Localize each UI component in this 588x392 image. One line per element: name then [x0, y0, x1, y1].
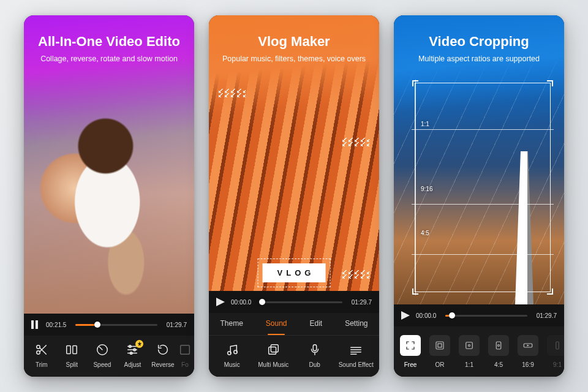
tool-split[interactable]: Split [57, 343, 88, 368]
ratio-1-1[interactable]: 1:1 [459, 335, 480, 368]
hero-title: All-In-One Video Edito [24, 34, 194, 50]
svg-rect-3 [73, 346, 77, 354]
time-current: 00:21.5 [46, 322, 69, 328]
playbar: 00:00.0 01:29.7 [209, 291, 379, 313]
tool-music[interactable]: Music [211, 343, 253, 368]
crop-handle[interactable] [412, 80, 418, 86]
ratio-original[interactable]: OR [429, 335, 450, 368]
play-icon[interactable] [401, 311, 410, 320]
sliders-icon [126, 343, 139, 356]
seek-track[interactable] [260, 301, 342, 303]
tool-label: Dub [309, 361, 320, 368]
crop-handle[interactable] [547, 80, 553, 86]
sound-effect-icon [349, 343, 363, 356]
tab-setting[interactable]: Setting [342, 313, 370, 335]
pause-icon[interactable] [31, 320, 40, 329]
time-current: 00:00.0 [231, 299, 254, 306]
tool-speed[interactable]: Speed [87, 343, 118, 368]
tool-label: Multi Music [258, 361, 288, 368]
overlay-ratio-11: 1:1 [421, 121, 429, 127]
svg-rect-15 [438, 344, 442, 347]
tool-label: Music [224, 361, 240, 368]
multi-music-icon [266, 343, 280, 356]
panel-video-editor: All-In-One Video Edito Collage, reverse,… [24, 15, 194, 377]
overlay-ratio-45: 4:5 [421, 230, 429, 236]
svg-rect-16 [466, 342, 473, 349]
tool-multi-music[interactable]: Multi Music [253, 343, 295, 368]
zigzag-icon [342, 270, 369, 279]
seek-track[interactable] [445, 315, 527, 317]
ratio-label: OR [435, 361, 445, 368]
tool-more[interactable]: Fo [178, 343, 192, 368]
toolbar-editor: Trim Split Speed Adjust Reverse [24, 336, 194, 377]
svg-rect-14 [436, 342, 443, 349]
hero-person [24, 81, 194, 314]
playbar: 00:21.5 01:29.7 [24, 314, 194, 336]
hero-subtitle: Collage, reverse, rotate and slow motion [24, 55, 194, 63]
ratio-label: 16:9 [522, 361, 533, 368]
speed-icon [96, 343, 109, 356]
ratio-label: 9:1 [553, 361, 562, 368]
svg-rect-2 [67, 346, 70, 354]
zigzag-icon [219, 89, 246, 97]
hero-title: Vlog Maker [209, 34, 379, 50]
hero-editor: All-In-One Video Edito Collage, reverse,… [24, 15, 194, 314]
toolbar-vlog: Music Multi Music Dub Sound Effect [209, 336, 379, 377]
portrait-icon [488, 335, 509, 356]
ratio-label: 4:5 [494, 361, 503, 368]
panel-video-cropping: Video Cropping Multiple aspect ratios ar… [394, 15, 564, 377]
music-icon [225, 343, 239, 356]
ratio-row: Free OR 1:1 4:5 16:9 [394, 326, 564, 377]
crop-frame[interactable] [415, 83, 551, 292]
ratio-16-9[interactable]: 16:9 [518, 335, 538, 368]
hero-subtitle: Multiple aspect ratios are supported [394, 55, 564, 63]
tool-dub[interactable]: Dub [294, 343, 336, 368]
svg-point-17 [469, 345, 470, 347]
play-icon[interactable] [216, 298, 225, 306]
wide-icon [518, 335, 538, 356]
hero-title: Video Cropping [394, 34, 564, 50]
tool-sound-effect[interactable]: Sound Effect [336, 343, 377, 368]
panel-vlog-maker: Vlog Maker Popular music, filters, theme… [209, 15, 379, 377]
seek-handle[interactable] [94, 322, 100, 328]
tab-theme[interactable]: Theme [217, 313, 245, 335]
time-current: 00:00.0 [416, 312, 439, 319]
ratio-label: Free [404, 361, 417, 368]
time-total: 01:29.7 [533, 312, 557, 319]
tool-label: Adjust [124, 361, 141, 368]
svg-rect-11 [269, 347, 276, 354]
tool-label: Fo [181, 361, 189, 368]
tool-label: Trim [36, 361, 48, 368]
svg-rect-12 [271, 345, 279, 352]
playbar: 00:00.0 01:29.7 [394, 304, 564, 326]
ratio-9-16[interactable]: 9:1 [547, 335, 564, 368]
seek-track[interactable] [75, 324, 157, 326]
time-total: 01:29.7 [164, 322, 187, 328]
ratio-label: 1:1 [465, 361, 473, 368]
svg-rect-18 [496, 342, 501, 349]
tool-trim[interactable]: Trim [26, 343, 57, 368]
tab-sound[interactable]: Sound [263, 313, 290, 335]
reverse-icon [156, 343, 170, 356]
split-icon [65, 343, 78, 356]
svg-rect-21 [556, 342, 559, 349]
crop-handle[interactable] [547, 288, 553, 295]
svg-point-19 [498, 345, 500, 347]
tab-edit[interactable]: Edit [307, 313, 325, 335]
zigzag-icon [342, 138, 369, 146]
ratio-free[interactable]: Free [400, 335, 421, 368]
mic-icon [308, 343, 322, 356]
seek-handle[interactable] [449, 312, 455, 318]
original-icon [429, 335, 450, 356]
crop-handle[interactable] [412, 288, 418, 295]
tool-label: Split [66, 361, 78, 368]
ratio-4-5[interactable]: 4:5 [488, 335, 509, 368]
tool-label: Sound Effect [339, 361, 374, 368]
hero-subtitle: Popular music, filters, themes, voice ov… [209, 55, 379, 63]
more-icon [178, 343, 192, 356]
svg-rect-13 [313, 345, 317, 351]
tool-reverse[interactable]: Reverse [148, 343, 178, 368]
tool-adjust[interactable]: Adjust [118, 343, 148, 368]
seek-handle[interactable] [259, 299, 265, 305]
vlog-badge: VLOG [263, 263, 326, 282]
